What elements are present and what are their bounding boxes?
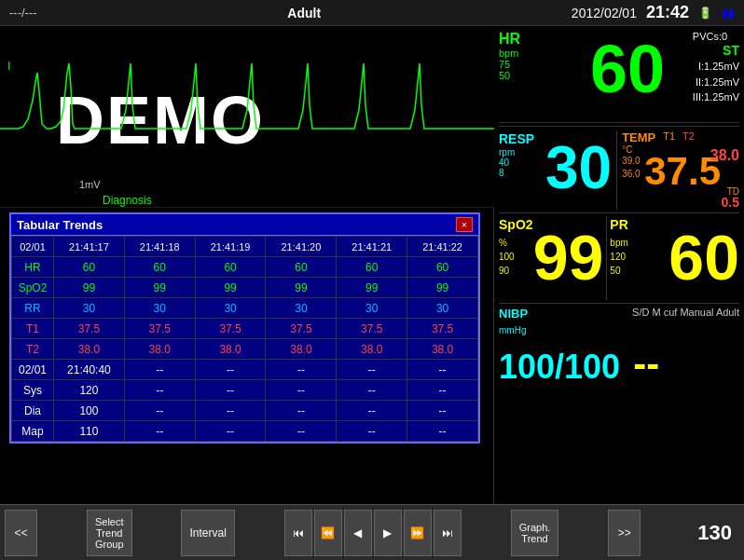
- row-cell: 99: [124, 278, 195, 298]
- nav-prev-fast-button[interactable]: ⏪: [314, 510, 342, 556]
- row-cell: 30: [337, 298, 407, 319]
- table-header-row: 02/01 21:41:17 21:41:18 21:41:19 21:41:2…: [12, 237, 478, 257]
- table-row: HR606060606060: [12, 257, 478, 278]
- nav-prev-button[interactable]: ◀: [344, 510, 372, 556]
- patient-type: Adult: [287, 6, 321, 20]
- left-panel: I DEMO 1mV Diagnosis Tabular Trends × 02…: [0, 26, 494, 504]
- row-cell: 38.0: [407, 339, 478, 360]
- row-cell: 60: [337, 257, 407, 278]
- spo2-label: SpO2: [499, 217, 533, 232]
- header-date: 02/01: [12, 237, 54, 257]
- table-row: T238.038.038.038.038.038.0: [12, 339, 478, 360]
- nibp-info: S/D M cuf Manual Adult: [632, 307, 739, 321]
- row-cell: --: [124, 421, 195, 442]
- row-cell: --: [124, 360, 195, 380]
- nav-group: ⏮ ⏪ ◀ ▶ ⏩ ⏭: [284, 510, 462, 556]
- hr-labels: HR bpm 75 50: [499, 31, 592, 119]
- battery-icon: 🔋: [698, 7, 712, 20]
- next-page-button[interactable]: >>: [608, 510, 641, 556]
- row-cell: 60: [124, 257, 195, 278]
- table-row: Dia100----------: [12, 401, 478, 421]
- hr-section: HR bpm 75 50 60 PVCs:0 ST I:1.25mV II:1.…: [499, 31, 739, 119]
- dialog-close-button[interactable]: ×: [456, 217, 473, 232]
- row-label: Dia: [12, 401, 54, 421]
- hr-value: 60: [590, 35, 665, 102]
- row-cell: --: [337, 360, 407, 380]
- signal-bars: ▮▮: [722, 7, 735, 20]
- interval-button[interactable]: Interval: [181, 510, 234, 556]
- header-t5: 21:41:21: [337, 237, 407, 257]
- top-bar: ---/--- Adult 2012/02/01 21:42 🔋 ▮▮: [0, 0, 744, 26]
- tabular-trends-dialog: Tabular Trends × 02/01 21:41:17 21:41:18…: [9, 212, 480, 444]
- spo2-unit: %: [499, 238, 507, 248]
- nav-first-button[interactable]: ⏮: [284, 510, 312, 556]
- pr-block: PR bpm 120 50 60: [610, 216, 739, 300]
- st-label: ST: [723, 43, 739, 58]
- row-cell: --: [407, 380, 478, 401]
- table-row: Map110----------: [12, 421, 478, 442]
- ecg-waveform: [0, 54, 494, 184]
- row-cell: 37.5: [195, 319, 266, 339]
- right-number: 130: [690, 521, 739, 545]
- row-cell: 37.5: [407, 319, 478, 339]
- hr-scale-high: 75: [499, 59, 592, 70]
- row-cell: 21:40:40: [54, 360, 125, 380]
- row-cell: --: [195, 421, 266, 442]
- temp-t2: T2: [682, 130, 695, 144]
- row-cell: 38.0: [195, 339, 266, 360]
- row-label: RR: [12, 298, 54, 319]
- row-cell: 30: [407, 298, 478, 319]
- header-t1: 21:41:17: [54, 237, 125, 257]
- row-label: T1: [12, 319, 54, 339]
- st-iii: III:1.25mV: [693, 89, 739, 105]
- graph-trend-button[interactable]: Graph. Trend: [511, 510, 559, 556]
- right-panel: HR bpm 75 50 60 PVCs:0 ST I:1.25mV II:1.…: [494, 26, 744, 504]
- pr-value: 60: [668, 225, 739, 289]
- date-display: 2012/02/01: [572, 6, 637, 20]
- row-cell: --: [266, 380, 337, 401]
- row-cell: 100: [54, 401, 125, 421]
- row-cell: --: [195, 401, 266, 421]
- row-cell: --: [195, 380, 266, 401]
- dialog-title: Tabular Trends: [17, 218, 103, 232]
- row-cell: 60: [407, 257, 478, 278]
- select-trend-group-button[interactable]: Select Trend Group: [87, 510, 132, 556]
- pr-label: PR: [610, 217, 627, 232]
- row-cell: --: [195, 360, 266, 380]
- resp-section: RESP rpm 40 8 30: [499, 130, 612, 210]
- row-cell: --: [337, 401, 407, 421]
- table-row: RR303030303030: [12, 298, 478, 319]
- nibp-unit: mmHg: [499, 325, 526, 335]
- row-cell: 38.0: [266, 339, 337, 360]
- nibp-dash: --: [633, 342, 659, 387]
- header-t2: 21:41:18: [124, 237, 195, 257]
- header-t4: 21:41:20: [266, 237, 337, 257]
- time-display: 21:42: [646, 3, 689, 22]
- table-row: Sys120----------: [12, 380, 478, 401]
- row-label: T2: [12, 339, 54, 360]
- temp-td-value: 0.5: [722, 195, 739, 210]
- row-cell: 60: [54, 257, 125, 278]
- nibp-section: NIBP S/D M cuf Manual Adult mmHg 100/100…: [499, 307, 739, 386]
- trends-body: HR606060606060SpO2999999999999RR30303030…: [12, 257, 478, 442]
- pvcs-label: PVCs:0: [693, 31, 727, 42]
- prev-page-button[interactable]: <<: [5, 510, 37, 556]
- st-ii: II:1.25mV: [693, 75, 739, 90]
- nav-next-button[interactable]: ▶: [374, 510, 402, 556]
- row-cell: --: [266, 360, 337, 380]
- dialog-title-bar: Tabular Trends ×: [11, 214, 478, 236]
- st-section: PVCs:0 ST I:1.25mV II:1.25mV III:1.25mV: [693, 31, 739, 105]
- top-right-info: 2012/02/01 21:42 🔋 ▮▮: [572, 3, 735, 22]
- nav-last-button[interactable]: ⏭: [434, 510, 462, 556]
- temp-label: TEMP: [622, 130, 655, 144]
- row-cell: --: [337, 380, 407, 401]
- row-cell: 110: [54, 421, 125, 442]
- nibp-label: NIBP: [499, 307, 528, 321]
- row-label: SpO2: [12, 278, 54, 298]
- row-cell: 30: [54, 298, 125, 319]
- nav-next-fast-button[interactable]: ⏩: [404, 510, 432, 556]
- row-cell: --: [266, 401, 337, 421]
- hr-unit: bpm: [499, 48, 592, 59]
- table-row: T137.537.537.537.537.537.5: [12, 319, 478, 339]
- bottom-toolbar: << Select Trend Group Interval ⏮ ⏪ ◀ ▶ ⏩…: [0, 504, 744, 560]
